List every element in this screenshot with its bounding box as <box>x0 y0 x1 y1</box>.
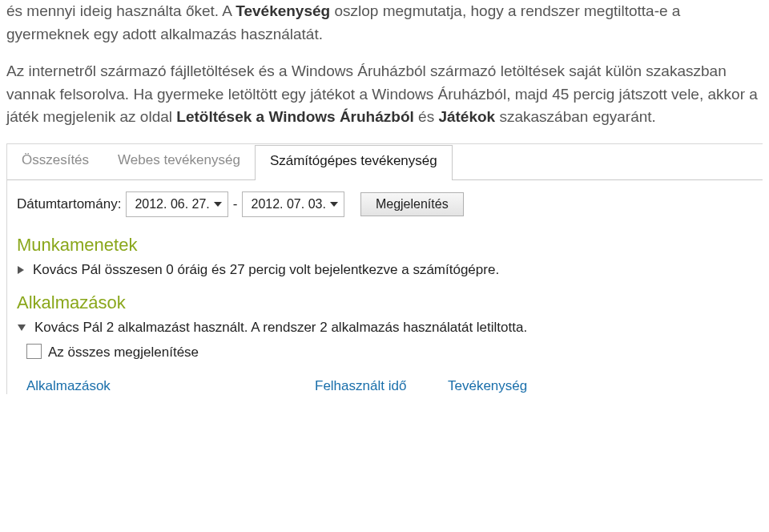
date-range-label: Dátumtartomány: <box>17 196 121 212</box>
date-to-select[interactable]: 2012. 07. 03. <box>242 191 344 217</box>
chevron-down-icon <box>329 200 339 209</box>
date-from-select[interactable]: 2012. 06. 27. <box>126 191 227 217</box>
apps-table-header: Alkalmazások Felhasznált idő Tevékenység <box>17 378 753 394</box>
column-header-activity: Tevékenység <box>448 378 527 394</box>
triangle-down-icon <box>17 324 26 332</box>
sessions-summary-row[interactable]: Kovács Pál összesen 0 óráig és 27 percig… <box>17 262 753 278</box>
text-strong: Tevékenység <box>236 2 330 19</box>
date-from-value: 2012. 06. 27. <box>135 197 209 212</box>
text: szakaszában egyaránt. <box>495 108 656 125</box>
apps-summary-text: Kovács Pál 2 alkalmazást használt. A ren… <box>34 320 527 336</box>
screenshot-panel: Összesítés Webes tevékenység Számítógépe… <box>6 143 763 394</box>
apps-heading: Alkalmazások <box>17 292 753 313</box>
checkbox-icon <box>26 344 42 359</box>
apps-summary-row[interactable]: Kovács Pál 2 alkalmazást használt. A ren… <box>17 320 753 336</box>
date-to-value: 2012. 07. 03. <box>251 197 325 212</box>
text-bold: Játékok <box>438 108 495 125</box>
tab-label: Webes tevékenység <box>118 152 240 167</box>
show-all-checkbox-row[interactable]: Az összes megjelenítése <box>26 344 753 361</box>
doc-paragraph-2: Az internetről származó fájlletöltések é… <box>6 60 763 129</box>
date-range-row: Dátumtartomány: 2012. 06. 27. - 2012. 07… <box>17 191 753 217</box>
sessions-heading: Munkamenetek <box>17 235 753 256</box>
tab-computer-activity[interactable]: Számítógépes tevékenység <box>255 145 453 180</box>
text: és <box>414 108 439 125</box>
show-button[interactable]: Megjelenítés <box>360 192 464 216</box>
triangle-right-icon <box>17 265 25 275</box>
sessions-summary-text: Kovács Pál összesen 0 óráig és 27 percig… <box>33 262 499 278</box>
chevron-down-icon <box>213 200 223 209</box>
show-all-label: Az összes megjelenítése <box>48 345 199 360</box>
date-range-separator: - <box>233 196 238 212</box>
column-header-app: Alkalmazások <box>26 378 315 394</box>
tab-web-activity[interactable]: Webes tevékenység <box>103 144 255 179</box>
doc-paragraph-1: és mennyi ideig használta őket. A Tevéke… <box>6 0 763 46</box>
text: és mennyi ideig használta őket. A <box>6 2 236 19</box>
column-header-time: Felhasznált idő <box>315 378 448 394</box>
tab-bar: Összesítés Webes tevékenység Számítógépe… <box>7 144 763 180</box>
button-label: Megjelenítés <box>376 197 449 211</box>
tab-label: Számítógépes tevékenység <box>270 153 437 168</box>
tab-summary[interactable]: Összesítés <box>7 144 103 179</box>
text-bold: Letöltések a Windows Áruházból <box>176 108 413 125</box>
tab-label: Összesítés <box>22 152 89 167</box>
